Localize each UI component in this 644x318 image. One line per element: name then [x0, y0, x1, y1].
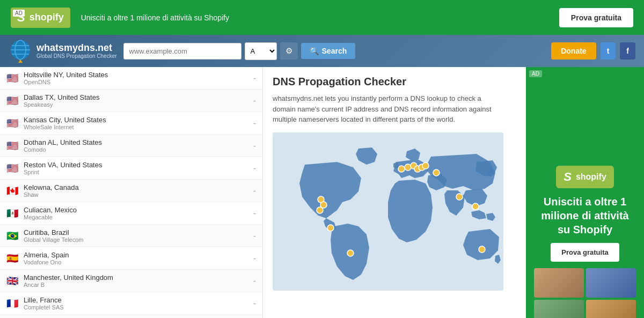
- shopify-name: shopify: [30, 12, 64, 23]
- facebook-button[interactable]: f: [620, 42, 635, 60]
- side-ad-images: [534, 268, 636, 319]
- server-flag: 🇺🇸: [6, 72, 19, 84]
- server-isp: Completel SAS: [24, 304, 253, 310]
- search-icon: 🔍: [310, 47, 319, 55]
- ad-label-top: AD: [13, 10, 25, 17]
- server-info: Kelowna, Canada Shaw: [24, 183, 253, 198]
- server-list-item[interactable]: 🇲🇽 Culiacan, Mexico Megacable -: [0, 202, 262, 225]
- server-info: Kansas City, United States WholeSale Int…: [24, 116, 253, 130]
- logo-text: whatsmydns.net Global DNS Propagation Ch…: [36, 43, 117, 60]
- shopify-s-side-icon: S: [564, 170, 572, 184]
- logo-sub-text: Global DNS Propagation Checker: [36, 53, 117, 59]
- server-flag: 🇺🇸: [6, 117, 19, 129]
- server-result-dash: -: [253, 254, 256, 263]
- server-result-dash: -: [253, 164, 256, 173]
- svg-point-18: [433, 169, 440, 176]
- server-isp: OpenDNS: [24, 79, 253, 85]
- server-flag: 🇺🇸: [6, 162, 19, 174]
- server-city: Reston VA, United States: [24, 161, 253, 169]
- server-result-dash: -: [253, 186, 256, 196]
- server-info: Reston VA, United States Sprint: [24, 161, 253, 175]
- header-right: Donate t f: [551, 42, 635, 60]
- url-input[interactable]: [123, 43, 241, 60]
- server-isp: Megacable: [24, 214, 253, 220]
- server-list-item[interactable]: 🇨🇦 Kelowna, Canada Shaw -: [0, 180, 262, 202]
- server-flag: 🇺🇸: [6, 140, 19, 152]
- server-result-dash: -: [253, 299, 256, 308]
- ad-banner-top: AD S shopify Unisciti a oltre 1 milione …: [0, 0, 644, 35]
- server-list-item[interactable]: 🇧🇷 Curitiba, Brazil Global Village Telec…: [0, 225, 262, 247]
- server-flag: 🇫🇷: [6, 298, 19, 309]
- server-list-item[interactable]: 🇺🇸 Dothan AL, United States Comodo -: [0, 135, 262, 157]
- search-button[interactable]: 🔍 Search: [301, 43, 356, 59]
- server-info: Holtsville NY, United States OpenDNS: [24, 71, 253, 85]
- shopify-tagline-top: Unisciti a oltre 1 milione di attività s…: [81, 13, 229, 22]
- shopify-name-side: shopify: [576, 172, 606, 182]
- server-info: Culiacan, Mexico Megacable: [24, 206, 253, 220]
- right-panel: DNS Propagation Checker whatsmydns.net l…: [263, 67, 644, 318]
- side-ad-text: Unisciti a oltre 1 milione di attività s…: [535, 195, 635, 236]
- server-list-item[interactable]: 🇺🇸 Dallas TX, United States Speakeasy -: [0, 90, 262, 112]
- svg-point-19: [456, 194, 463, 200]
- dns-type-select[interactable]: A AAAA CNAME MX NS TXT: [245, 42, 277, 60]
- server-city: Curitiba, Brazil: [24, 228, 253, 236]
- server-info: Almeria, Spain Vodafone Ono: [24, 251, 253, 265]
- server-city: Dothan AL, United States: [24, 138, 253, 146]
- side-ad-image-4: [586, 300, 636, 319]
- svg-marker-5: [18, 60, 23, 63]
- svg-point-21: [479, 246, 485, 253]
- prova-gratuita-button-top[interactable]: Prova gratuita: [559, 8, 633, 27]
- server-list-item[interactable]: 🇳🇱 Weert, Netherlands Pyton -: [0, 315, 262, 318]
- server-result-dash: -: [253, 119, 256, 128]
- server-result-dash: -: [253, 209, 256, 218]
- ad-label-side: AD: [529, 70, 542, 77]
- server-info: Curitiba, Brazil Global Village Telecom: [24, 228, 253, 243]
- server-isp: Speakeasy: [24, 101, 253, 108]
- server-info: Dothan AL, United States Comodo: [24, 138, 253, 153]
- twitter-button[interactable]: t: [601, 42, 616, 60]
- server-isp: Sprint: [24, 169, 253, 175]
- server-isp: Shaw: [24, 191, 253, 198]
- side-ad-image-1: [534, 268, 584, 298]
- server-list-item[interactable]: 🇫🇷 Lille, France Completel SAS -: [0, 292, 262, 315]
- gear-icon: ⚙: [286, 46, 292, 55]
- server-list-item[interactable]: 🇺🇸 Holtsville NY, United States OpenDNS …: [0, 67, 262, 90]
- server-flag: 🇬🇧: [6, 275, 19, 287]
- server-info: Lille, France Completel SAS: [24, 296, 253, 310]
- search-label: Search: [322, 47, 347, 55]
- prova-gratuita-button-side[interactable]: Prova gratuita: [551, 243, 619, 262]
- server-flag: 🇺🇸: [6, 95, 19, 107]
- server-info: Dallas TX, United States Speakeasy: [24, 93, 253, 108]
- server-result-dash: -: [253, 141, 256, 151]
- server-city: Kansas City, United States: [24, 116, 253, 124]
- server-city: Dallas TX, United States: [24, 93, 253, 101]
- settings-button[interactable]: ⚙: [280, 42, 298, 60]
- server-result-dash: -: [253, 73, 256, 83]
- search-area: A AAAA CNAME MX NS TXT ⚙ 🔍 Search: [123, 42, 545, 60]
- server-city: Manchester, United Kingdom: [24, 273, 253, 282]
- server-list-item[interactable]: 🇪🇸 Almeria, Spain Vodafone Ono -: [0, 247, 262, 270]
- svg-point-12: [398, 166, 405, 172]
- server-list-item[interactable]: 🇬🇧 Manchester, United Kingdom Ancar B -: [0, 270, 262, 292]
- server-isp: WholeSale Internet: [24, 124, 253, 130]
- svg-point-10: [327, 225, 334, 231]
- server-list: 🇺🇸 Holtsville NY, United States OpenDNS …: [0, 67, 263, 318]
- server-isp: Ancar B: [24, 282, 253, 288]
- main-content: 🇺🇸 Holtsville NY, United States OpenDNS …: [0, 67, 644, 318]
- server-city: Culiacan, Mexico: [24, 206, 253, 214]
- donate-button[interactable]: Donate: [551, 42, 596, 60]
- svg-point-11: [347, 250, 354, 256]
- svg-point-17: [422, 162, 429, 169]
- server-isp: Comodo: [24, 146, 253, 153]
- side-ad-image-2: [586, 268, 636, 298]
- server-list-item[interactable]: 🇺🇸 Kansas City, United States WholeSale …: [0, 112, 262, 135]
- server-flag: 🇲🇽: [6, 208, 19, 219]
- logo-main-text: whatsmydns.net: [36, 43, 117, 54]
- server-list-item[interactable]: 🇺🇸 Reston VA, United States Sprint -: [0, 157, 262, 180]
- server-result-dash: -: [253, 96, 256, 106]
- server-flag: 🇧🇷: [6, 230, 19, 242]
- logo-area: whatsmydns.net Global DNS Propagation Ch…: [9, 39, 117, 63]
- dns-description: whatsmydns.net lets you instantly perfor…: [273, 93, 498, 125]
- server-result-dash: -: [253, 276, 256, 286]
- shopify-logo-side: S shopify: [556, 166, 614, 188]
